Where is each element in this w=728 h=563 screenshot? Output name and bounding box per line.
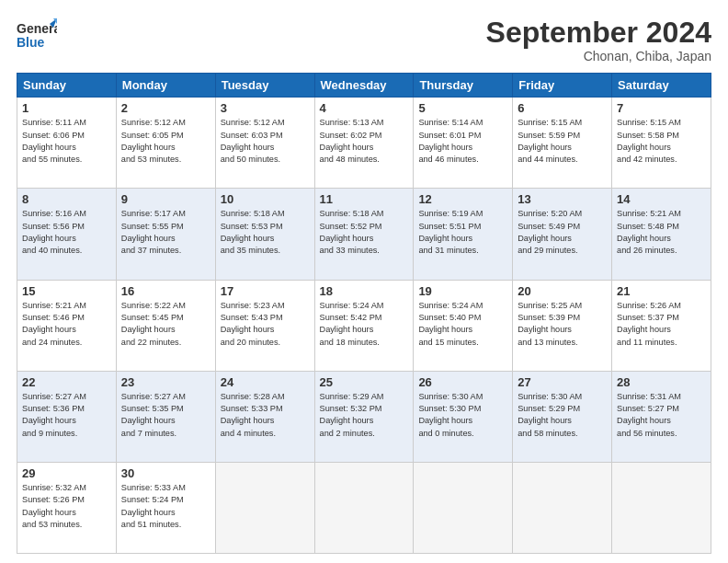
table-row: 15 Sunrise: 5:21 AMSunset: 5:46 PMDaylig… <box>17 280 117 371</box>
table-row: 12 Sunrise: 5:19 AMSunset: 5:51 PMDaylig… <box>414 189 513 280</box>
table-row: 13 Sunrise: 5:20 AMSunset: 5:49 PMDaylig… <box>513 189 612 280</box>
day-info: Sunrise: 5:21 AMSunset: 5:46 PMDaylight … <box>22 300 111 349</box>
day-number: 20 <box>518 284 607 298</box>
header: General Blue September 2024 Chonan, Chib… <box>17 17 711 63</box>
day-number: 14 <box>617 192 706 206</box>
day-info: Sunrise: 5:11 AMSunset: 6:06 PMDaylight … <box>22 117 111 166</box>
col-saturday: Saturday <box>612 74 711 98</box>
table-row: 20 Sunrise: 5:25 AMSunset: 5:39 PMDaylig… <box>513 280 612 371</box>
table-row: 27 Sunrise: 5:30 AMSunset: 5:29 PMDaylig… <box>513 371 612 462</box>
day-info: Sunrise: 5:28 AMSunset: 5:33 PMDaylight … <box>221 391 310 440</box>
day-number: 3 <box>221 101 310 115</box>
table-row: 28 Sunrise: 5:31 AMSunset: 5:27 PMDaylig… <box>612 371 711 462</box>
day-number: 24 <box>221 375 310 389</box>
table-row: 21 Sunrise: 5:26 AMSunset: 5:37 PMDaylig… <box>612 280 711 371</box>
day-number: 26 <box>418 375 507 389</box>
svg-text:Blue: Blue <box>17 35 45 50</box>
table-row: 5 Sunrise: 5:14 AMSunset: 6:01 PMDayligh… <box>414 98 513 189</box>
col-monday: Monday <box>116 74 215 98</box>
table-row: 26 Sunrise: 5:30 AMSunset: 5:30 PMDaylig… <box>414 371 513 462</box>
day-number: 7 <box>617 101 706 115</box>
table-row: 22 Sunrise: 5:27 AMSunset: 5:36 PMDaylig… <box>17 371 117 462</box>
day-number: 10 <box>221 192 310 206</box>
table-row: 19 Sunrise: 5:24 AMSunset: 5:40 PMDaylig… <box>414 280 513 371</box>
day-info: Sunrise: 5:26 AMSunset: 5:37 PMDaylight … <box>617 300 706 349</box>
table-row: 24 Sunrise: 5:28 AMSunset: 5:33 PMDaylig… <box>215 371 314 462</box>
calendar-week-row: 29 Sunrise: 5:32 AMSunset: 5:26 PMDaylig… <box>17 462 711 553</box>
day-number: 1 <box>22 101 111 115</box>
day-number: 29 <box>22 466 111 480</box>
day-info: Sunrise: 5:30 AMSunset: 5:29 PMDaylight … <box>518 391 607 440</box>
day-info: Sunrise: 5:18 AMSunset: 5:53 PMDaylight … <box>221 208 310 257</box>
day-number: 2 <box>121 101 210 115</box>
table-row: 6 Sunrise: 5:15 AMSunset: 5:59 PMDayligh… <box>513 98 612 189</box>
day-number: 18 <box>320 284 409 298</box>
day-number: 17 <box>221 284 310 298</box>
day-number: 12 <box>418 192 507 206</box>
col-thursday: Thursday <box>414 74 513 98</box>
day-info: Sunrise: 5:12 AMSunset: 6:05 PMDaylight … <box>121 117 210 166</box>
day-info: Sunrise: 5:30 AMSunset: 5:30 PMDaylight … <box>418 391 507 440</box>
day-info: Sunrise: 5:20 AMSunset: 5:49 PMDaylight … <box>518 208 607 257</box>
location: Chonan, Chiba, Japan <box>486 49 711 63</box>
day-info: Sunrise: 5:15 AMSunset: 5:59 PMDaylight … <box>518 117 607 166</box>
day-number: 23 <box>121 375 210 389</box>
day-info: Sunrise: 5:24 AMSunset: 5:40 PMDaylight … <box>418 300 507 349</box>
table-row: 11 Sunrise: 5:18 AMSunset: 5:52 PMDaylig… <box>314 189 414 280</box>
table-row <box>215 462 314 553</box>
day-info: Sunrise: 5:29 AMSunset: 5:32 PMDaylight … <box>320 391 409 440</box>
calendar-header-row: Sunday Monday Tuesday Wednesday Thursday… <box>17 74 711 98</box>
calendar-table: Sunday Monday Tuesday Wednesday Thursday… <box>17 73 711 554</box>
logo: General Blue <box>17 17 57 52</box>
table-row: 10 Sunrise: 5:18 AMSunset: 5:53 PMDaylig… <box>215 189 314 280</box>
page: General Blue September 2024 Chonan, Chib… <box>0 0 728 563</box>
table-row: 14 Sunrise: 5:21 AMSunset: 5:48 PMDaylig… <box>612 189 711 280</box>
day-number: 19 <box>418 284 507 298</box>
table-row: 23 Sunrise: 5:27 AMSunset: 5:35 PMDaylig… <box>116 371 215 462</box>
day-number: 4 <box>320 101 409 115</box>
col-tuesday: Tuesday <box>215 74 314 98</box>
table-row: 1 Sunrise: 5:11 AMSunset: 6:06 PMDayligh… <box>17 98 117 189</box>
day-info: Sunrise: 5:12 AMSunset: 6:03 PMDaylight … <box>221 117 310 166</box>
day-number: 25 <box>320 375 409 389</box>
day-info: Sunrise: 5:18 AMSunset: 5:52 PMDaylight … <box>320 208 409 257</box>
day-number: 16 <box>121 284 210 298</box>
table-row: 9 Sunrise: 5:17 AMSunset: 5:55 PMDayligh… <box>116 189 215 280</box>
day-info: Sunrise: 5:31 AMSunset: 5:27 PMDaylight … <box>617 391 706 440</box>
col-friday: Friday <box>513 74 612 98</box>
day-info: Sunrise: 5:25 AMSunset: 5:39 PMDaylight … <box>518 300 607 349</box>
table-row <box>612 462 711 553</box>
table-row: 17 Sunrise: 5:23 AMSunset: 5:43 PMDaylig… <box>215 280 314 371</box>
calendar-week-row: 1 Sunrise: 5:11 AMSunset: 6:06 PMDayligh… <box>17 98 711 189</box>
day-info: Sunrise: 5:24 AMSunset: 5:42 PMDaylight … <box>320 300 409 349</box>
day-number: 22 <box>22 375 111 389</box>
day-number: 13 <box>518 192 607 206</box>
table-row: 8 Sunrise: 5:16 AMSunset: 5:56 PMDayligh… <box>17 189 117 280</box>
day-info: Sunrise: 5:27 AMSunset: 5:35 PMDaylight … <box>121 391 210 440</box>
table-row: 29 Sunrise: 5:32 AMSunset: 5:26 PMDaylig… <box>17 462 117 553</box>
col-sunday: Sunday <box>17 74 117 98</box>
table-row <box>414 462 513 553</box>
day-info: Sunrise: 5:13 AMSunset: 6:02 PMDaylight … <box>320 117 409 166</box>
day-info: Sunrise: 5:33 AMSunset: 5:24 PMDaylight … <box>121 482 210 531</box>
day-info: Sunrise: 5:15 AMSunset: 5:58 PMDaylight … <box>617 117 706 166</box>
table-row: 30 Sunrise: 5:33 AMSunset: 5:24 PMDaylig… <box>116 462 215 553</box>
logo-icon: General Blue <box>17 17 57 52</box>
title-block: September 2024 Chonan, Chiba, Japan <box>486 17 711 63</box>
table-row <box>314 462 414 553</box>
day-info: Sunrise: 5:19 AMSunset: 5:51 PMDaylight … <box>418 208 507 257</box>
day-number: 8 <box>22 192 111 206</box>
calendar-week-row: 22 Sunrise: 5:27 AMSunset: 5:36 PMDaylig… <box>17 371 711 462</box>
table-row: 4 Sunrise: 5:13 AMSunset: 6:02 PMDayligh… <box>314 98 414 189</box>
day-number: 15 <box>22 284 111 298</box>
day-info: Sunrise: 5:17 AMSunset: 5:55 PMDaylight … <box>121 208 210 257</box>
day-number: 27 <box>518 375 607 389</box>
day-info: Sunrise: 5:23 AMSunset: 5:43 PMDaylight … <box>221 300 310 349</box>
day-number: 28 <box>617 375 706 389</box>
day-info: Sunrise: 5:27 AMSunset: 5:36 PMDaylight … <box>22 391 111 440</box>
calendar-week-row: 15 Sunrise: 5:21 AMSunset: 5:46 PMDaylig… <box>17 280 711 371</box>
day-info: Sunrise: 5:21 AMSunset: 5:48 PMDaylight … <box>617 208 706 257</box>
table-row: 7 Sunrise: 5:15 AMSunset: 5:58 PMDayligh… <box>612 98 711 189</box>
day-number: 6 <box>518 101 607 115</box>
table-row: 16 Sunrise: 5:22 AMSunset: 5:45 PMDaylig… <box>116 280 215 371</box>
